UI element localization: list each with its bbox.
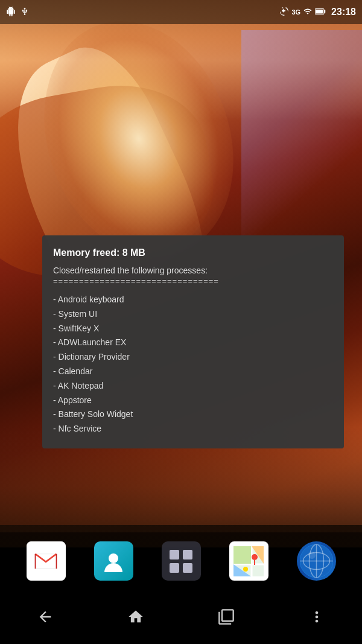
android-icon xyxy=(6,7,16,18)
popup-card: Memory freed: 8 MB Closed/restarted the … xyxy=(42,235,344,448)
svg-point-21 xyxy=(308,552,316,559)
status-left-icons xyxy=(6,7,29,18)
process-list: - Android keyboard - System UI - SwiftKe… xyxy=(53,293,333,436)
nav-bar xyxy=(0,590,362,644)
status-bar: 3G 23:18 xyxy=(0,0,362,24)
contacts-icon[interactable] xyxy=(94,541,133,581)
list-item: - Nfc Service xyxy=(53,422,333,436)
svg-point-14 xyxy=(243,567,248,572)
battery-icon xyxy=(315,7,326,18)
gmail-icon[interactable] xyxy=(27,541,66,581)
home-button[interactable] xyxy=(115,602,156,631)
status-right-icons: 3G 23:18 xyxy=(280,7,356,18)
svg-rect-10 xyxy=(233,546,251,564)
recents-button[interactable] xyxy=(206,602,247,631)
app-dock xyxy=(0,532,362,590)
wallpaper-purple xyxy=(241,30,362,241)
list-item: - SwiftKey X xyxy=(53,322,333,336)
svg-rect-1 xyxy=(324,10,325,13)
3g-label: 3G xyxy=(291,8,300,16)
back-button[interactable] xyxy=(25,602,66,631)
signal-icon xyxy=(303,7,312,18)
svg-point-7 xyxy=(109,553,118,563)
list-item: - Calendar xyxy=(53,365,333,379)
list-item: - Appstore xyxy=(53,394,333,408)
battery-solo-widget-item: - Battery Solo Widget xyxy=(53,407,333,422)
screen-rotation-icon xyxy=(280,7,288,18)
closed-label: Closed/restarted the following processes… xyxy=(53,266,333,275)
svg-point-13 xyxy=(252,554,258,560)
menu-button[interactable] xyxy=(296,602,337,631)
list-item: - AK Notepad xyxy=(53,379,333,394)
usb-icon xyxy=(21,7,29,18)
list-item: - System UI xyxy=(53,307,333,322)
maps-icon[interactable] xyxy=(229,541,268,581)
divider: ================================ xyxy=(53,276,333,285)
memory-freed-text: Memory freed: 8 MB xyxy=(53,247,333,258)
app-drawer-icon[interactable] xyxy=(162,541,201,581)
list-item: - ADWLauncher EX xyxy=(53,336,333,350)
svg-rect-2 xyxy=(316,9,323,13)
time-display: 23:18 xyxy=(331,7,356,18)
list-item: - Android keyboard xyxy=(53,293,333,307)
browser-icon[interactable] xyxy=(297,541,336,581)
list-item: - Dictionary Provider xyxy=(53,350,333,365)
